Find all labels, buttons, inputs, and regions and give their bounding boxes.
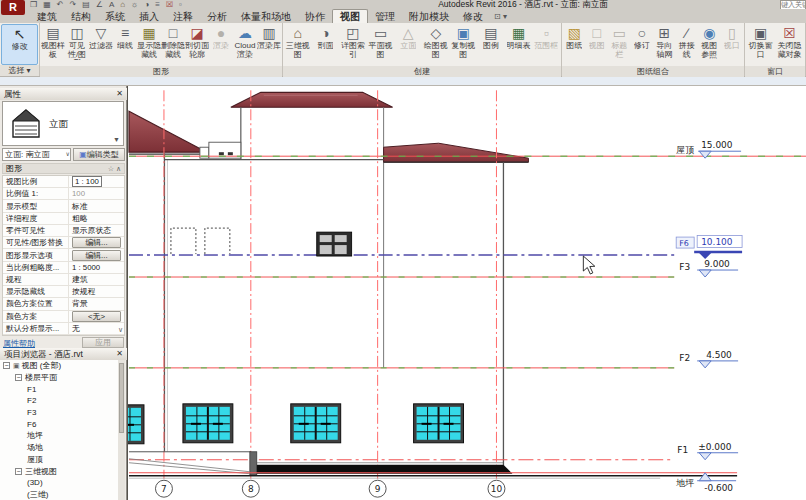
expander-icon[interactable]: − (3, 362, 10, 369)
tree-item-三维视图[interactable]: −三维视图 (0, 465, 120, 477)
remove-hidden-button[interactable]: □删除隐藏线 (161, 24, 185, 66)
property-value[interactable]: 背景 (69, 298, 124, 309)
property-value[interactable]: 建筑 (69, 274, 124, 285)
tree-item-视图 (全部)[interactable]: −▣视图 (全部) (0, 360, 120, 372)
tab-体量和场地[interactable]: 体量和场地 (234, 10, 298, 23)
tree-item-场地[interactable]: 场地 (0, 442, 120, 454)
property-value[interactable]: 标准 (69, 200, 124, 211)
door-opening[interactable] (205, 228, 230, 254)
scrollbar-thumb[interactable] (119, 363, 124, 433)
sun-icon[interactable]: ☼ (131, 0, 138, 9)
text-icon[interactable]: A (109, 0, 114, 9)
panel-label[interactable]: 选择 ▾ (0, 65, 39, 76)
close-hidden-icon[interactable]: ☒ (166, 0, 173, 9)
tab-插入[interactable]: 插入 (132, 10, 166, 23)
tab-管理[interactable]: 管理 (368, 10, 402, 23)
door-opening[interactable] (171, 228, 196, 254)
panel-label[interactable]: 图纸组合 (562, 66, 744, 77)
window[interactable] (414, 404, 464, 443)
property-value[interactable]: 编辑... (69, 237, 124, 248)
tree-item-F6[interactable]: F6 (0, 418, 120, 430)
property-value[interactable]: <无> (69, 311, 124, 322)
type-selector[interactable]: 立面 ▼ (2, 101, 124, 146)
tab-协作[interactable]: 协作 (298, 10, 332, 23)
property-value[interactable]: 编辑... (69, 249, 124, 260)
tab-分析[interactable]: 分析 (200, 10, 234, 23)
project-browser-header[interactable]: 项目浏览器 - 酒店.rvt ✕ (0, 348, 127, 360)
tab-修改[interactable]: 修改 (456, 10, 490, 23)
tree-item-F2[interactable]: F2 (0, 395, 120, 407)
revision-button[interactable]: ○修订 (631, 24, 654, 66)
switch-windows-icon[interactable]: ▫ (179, 0, 182, 9)
panel-label[interactable]: 图形 (40, 66, 282, 77)
scroll-down-icon[interactable]: ∨ (118, 326, 123, 334)
save-icon[interactable]: ▦ (43, 0, 51, 9)
property-value[interactable]: 1 : 5000 (69, 262, 124, 273)
tab-附加模块[interactable]: 附加模块 (402, 10, 456, 23)
print-icon[interactable]: ▤ (82, 0, 90, 9)
thin-lines-button[interactable]: ≡细线 (113, 24, 137, 66)
property-value[interactable]: 按规程 (69, 286, 124, 297)
cursor-button[interactable]: ↖修改 (1, 24, 38, 65)
section-button[interactable]: ◑剖面 (312, 24, 340, 66)
properties-header[interactable]: 属性 ✕ (0, 88, 127, 100)
tree-item-F1[interactable]: F1 (0, 383, 120, 395)
revit-logo-icon[interactable]: R (1, 0, 25, 15)
close-hidden-button[interactable]: ☒关闭隐藏对象 (775, 24, 804, 66)
chevron-down-icon[interactable]: ▼ (113, 136, 120, 143)
expander-icon[interactable]: − (15, 374, 22, 381)
tab-结构[interactable]: 结构 (64, 10, 98, 23)
expander-icon[interactable]: − (15, 468, 22, 475)
section-icon[interactable]: ◑ (144, 0, 149, 9)
drafting-view-button[interactable]: ◇绘图视图 (422, 24, 450, 66)
property-value[interactable]: 100 (69, 188, 124, 199)
property-value[interactable]: 1 : 100 (69, 176, 124, 187)
view-template-button[interactable]: ▤视图样板 (41, 24, 65, 66)
property-value[interactable]: 无 (69, 323, 124, 334)
instance-selector[interactable]: 立面: 南立面 ∨ (2, 148, 71, 161)
redo-icon[interactable]: ↷ (69, 0, 76, 9)
property-value[interactable]: 粗略 (69, 213, 124, 224)
tree-item-楼层平面[interactable]: −楼层平面 (0, 372, 120, 384)
switch-window-button[interactable]: ▣切换窗口 (746, 24, 775, 66)
tree-item-(三维)[interactable]: (三维) (0, 489, 120, 500)
edit-type-button[interactable]: ▣编辑类型 (73, 148, 125, 161)
tree-item-地坪[interactable]: 地坪 (0, 430, 120, 442)
measure-icon[interactable]: ∠ (96, 0, 103, 9)
view-reference-button[interactable]: ◉视图参照 (698, 24, 721, 66)
tree-item-F3[interactable]: F3 (0, 407, 120, 419)
penthouse-roof[interactable] (231, 92, 393, 107)
show-hidden-button[interactable]: ▦显示隐藏线 (137, 24, 161, 66)
matchline-button[interactable]: ∕拼接线 (676, 24, 699, 66)
undo-icon[interactable]: ↶ (57, 0, 64, 9)
close-icon[interactable]: ✕ (116, 348, 123, 360)
window[interactable] (291, 404, 341, 443)
platform-step[interactable] (250, 452, 257, 475)
panel-label[interactable]: 窗口 (745, 66, 805, 77)
entry-door[interactable] (317, 232, 352, 256)
open-icon[interactable]: ❒ (30, 0, 37, 9)
thin-lines-icon[interactable]: ≡ (155, 0, 160, 9)
tree-item-(3D)[interactable]: (3D) (0, 477, 120, 489)
callout-button[interactable]: ◰详图索引 (339, 24, 367, 66)
cut-profile-button[interactable]: ◪剖切面轮廓 (185, 24, 209, 66)
browser-scrollbar[interactable] (118, 360, 125, 500)
sheet-button[interactable]: ▧图纸 (563, 24, 586, 66)
tab-视图[interactable]: 视图 (332, 9, 368, 23)
tab-建筑[interactable]: 建筑 (30, 10, 64, 23)
visibility-button[interactable]: ◫可见性/图形 (65, 24, 89, 66)
guide-grid-button[interactable]: ⊞导向轴网 (653, 24, 676, 66)
schedule-button[interactable]: ▦明细表 (505, 24, 533, 66)
tab-注释[interactable]: 注释 (166, 10, 200, 23)
window[interactable] (127, 405, 144, 444)
tree-item-屋顶[interactable]: 屋顶 (0, 454, 120, 466)
close-icon[interactable]: ✕ (116, 88, 123, 100)
render-gallery-button[interactable]: ▥渲染库 (257, 24, 281, 66)
panel-label[interactable]: 创建 (283, 66, 561, 77)
property-value[interactable]: 显示原状态 (69, 225, 124, 236)
drawing-area[interactable]: 7 8 9 10 屋顶 15.000 F6 10.100 F3 9.000 (127, 86, 806, 500)
3d-view-button[interactable]: ⌂三维视图 (284, 24, 312, 66)
section-header-graphics[interactable]: 图形 ☆ ∧ (2, 163, 125, 174)
cloud-render-button[interactable]: ☁Cloud 渲染 (233, 24, 257, 66)
plan-view-button[interactable]: ▭平面视图 (367, 24, 395, 66)
